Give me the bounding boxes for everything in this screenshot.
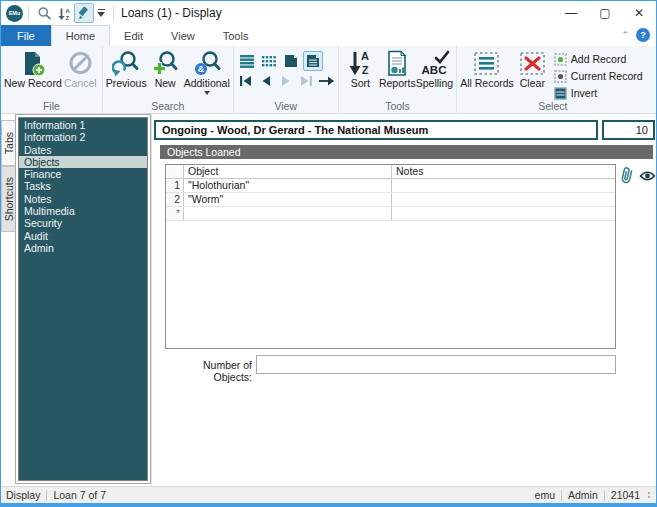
sort-button[interactable]: A Z Sort [342,48,379,89]
spelling-icon: ABC [418,50,450,77]
minimize-button[interactable]: — [554,1,588,25]
divider [113,6,114,20]
first-record-icon[interactable] [237,73,255,89]
add-record-select-button[interactable]: Add Record [551,51,646,67]
add-record-select-icon [554,53,567,66]
goto-record-icon[interactable] [317,73,335,89]
current-record-select-button[interactable]: Current Record [551,68,646,84]
section-title-bar: Objects Loaned [160,145,653,159]
additional-search-button[interactable]: & Additional [184,48,230,95]
grid-view-icon[interactable] [259,51,279,71]
cell-notes-2[interactable] [392,193,615,206]
group-label-search: Search [103,100,233,112]
paperclip-icon[interactable] [620,166,634,185]
new-record-button[interactable]: New Record [4,48,62,89]
number-of-objects-input[interactable] [256,355,616,374]
status-view-mode: Display [6,489,40,501]
divider [46,490,47,501]
sort-az-icon[interactable]: AZ [54,3,74,23]
sidebar-item-finance[interactable]: Finance [19,168,147,180]
reports-button[interactable]: Reports [379,48,416,89]
tab-tools[interactable]: Tools [209,25,263,46]
new-row-marker: * [166,207,184,220]
additional-search-icon: & [193,50,221,77]
tab-file[interactable]: File [1,25,51,46]
last-record-icon[interactable] [297,73,315,89]
emu-logo-icon: EMu [6,5,23,22]
sidebar-item-notes[interactable]: Notes [19,193,147,205]
ribbon-group-tools: A Z Sort Reports [339,46,457,113]
eye-icon[interactable] [639,170,656,182]
ribbon-group-select: All Records Clear Add Record [457,46,648,113]
sidebar-tab-list: Information 1 Information 2 Dates Object… [18,117,148,481]
sidebar-item-dates[interactable]: Dates [19,144,147,156]
sidebar-item-multimedia[interactable]: Multimedia [19,205,147,217]
pencil-icon[interactable] [74,3,94,23]
clear-selection-button[interactable]: Clear [514,48,551,89]
cell-notes-1[interactable] [392,179,615,192]
column-header-object[interactable]: Object [184,165,392,178]
tab-edit[interactable]: Edit [110,25,157,46]
tab-home[interactable]: Home [51,25,110,46]
collapse-ribbon-icon[interactable]: ⌃ [621,30,629,40]
details-view-icon[interactable] [303,51,323,71]
new-search-button[interactable]: New [147,48,184,89]
invert-selection-button[interactable]: Invert [551,85,646,101]
sidebar-item-information-1[interactable]: Information 1 [19,119,147,131]
clear-selection-icon [519,50,546,77]
next-record-icon[interactable] [277,73,295,89]
record-panel: Ongoing - Wood, Dr Gerard - The National… [151,114,656,486]
status-user: Admin [568,489,598,501]
vertical-tab-shortcuts[interactable]: Shortcuts [1,166,15,232]
search-icon[interactable] [34,3,54,23]
reports-icon [384,50,410,77]
svg-text:ABC: ABC [422,64,447,76]
all-records-button[interactable]: All Records [460,48,514,89]
app-window: EMu AZ Loans (1) - Display — ▢ ✕ File Ho… [0,0,657,507]
number-of-objects-label: Number of Objects: [165,359,252,383]
group-label-tools: Tools [339,100,456,112]
previous-record-icon[interactable] [257,73,275,89]
invert-selection-icon [554,87,567,100]
group-label-select: Select [457,100,648,112]
sidebar-item-information-2[interactable]: Information 2 [19,131,147,143]
record-summary-header: Ongoing - Wood, Dr Gerard - The National… [154,120,598,140]
help-icon[interactable]: ? [636,28,650,42]
table-row[interactable]: 2 "Worm" [166,193,615,207]
sidebar-item-tasks[interactable]: Tasks [19,180,147,192]
window-title: Loans (1) - Display [121,6,222,20]
sidebar-item-audit[interactable]: Audit [19,230,147,242]
previous-search-icon [112,50,140,77]
column-header-notes[interactable]: Notes [392,165,615,178]
ribbon-group-file: New Record Cancel File [1,46,103,113]
cancel-button[interactable]: Cancel [62,48,99,89]
additional-dropdown-caret [204,91,210,95]
previous-search-button[interactable]: Previous [106,48,147,89]
spelling-button[interactable]: ABC Spelling [416,48,453,89]
maximize-button[interactable]: ▢ [588,1,622,25]
table-row[interactable]: 1 "Holothurian" [166,179,615,193]
svg-text:A: A [361,50,369,62]
close-button[interactable]: ✕ [622,1,656,25]
table-new-row[interactable]: * [166,207,615,221]
vertical-tab-tabs[interactable]: Tabs [1,120,15,166]
tab-view[interactable]: View [157,25,209,46]
divider [604,490,605,501]
sidebar-item-admin[interactable]: Admin [19,242,147,254]
window-controls: — ▢ ✕ [554,1,656,25]
list-view-icon[interactable] [237,51,257,71]
ribbon: New Record Cancel File Previous [1,46,656,114]
window-bottom-border [1,503,656,506]
all-records-icon [473,50,500,77]
sidebar-item-security[interactable]: Security [19,217,147,229]
objects-loaned-table[interactable]: Object Notes 1 "Holothurian" 2 "Worm" * [165,164,616,349]
sidebar-panel: Information 1 Information 2 Dates Object… [15,114,151,484]
resize-grip[interactable] [648,492,650,498]
current-record-select-icon [554,70,567,83]
cell-object-2[interactable]: "Worm" [184,193,392,206]
ribbon-tab-bar: File Home Edit View Tools ⌃ ? [1,25,656,46]
sidebar-item-objects[interactable]: Objects [19,156,147,168]
customize-caret-icon[interactable] [94,9,108,18]
cell-object-1[interactable]: "Holothurian" [184,179,392,192]
page-view-icon[interactable] [281,51,301,71]
